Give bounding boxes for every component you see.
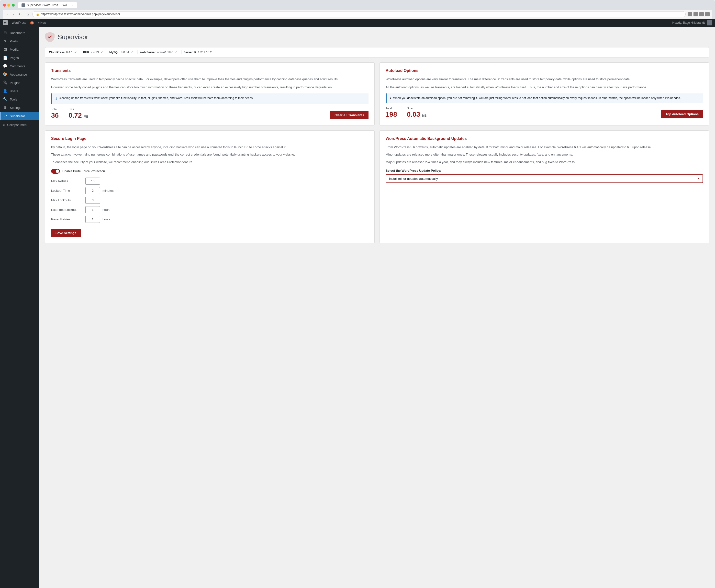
transients-notice-text: Cleaning up the transients won't affect …: [59, 96, 254, 101]
autoload-total-label: Total: [386, 107, 397, 110]
sidebar-item-label: Plugins: [10, 81, 20, 85]
info-bar: WordPress 6.4.1 ✓ PHP 7.4.33 ✓ MySQL 8.0…: [45, 47, 709, 58]
browser-icon-2[interactable]: [693, 12, 698, 16]
update-policy-select[interactable]: Install minor updates automatically Inst…: [386, 174, 703, 183]
admin-bar-new[interactable]: + New: [38, 21, 46, 24]
tab-close-icon[interactable]: ✕: [71, 4, 73, 7]
max-lockouts-input[interactable]: [85, 197, 100, 204]
transients-notice: ℹ Cleaning up the transients won't affec…: [51, 93, 369, 104]
sidebar-item-label: Comments: [10, 64, 25, 68]
top-autoload-button[interactable]: Top Autoload Options: [661, 110, 703, 119]
autoload-notice-text: When you deactivate an autoload option, …: [393, 96, 681, 100]
browser-icon-1[interactable]: [688, 12, 692, 16]
comments-icon: 💬: [3, 64, 7, 68]
lockout-time-input[interactable]: [85, 187, 100, 194]
secure-login-text2: These attacks involve trying numerous co…: [51, 152, 369, 157]
transients-total-value: 36: [51, 111, 59, 119]
transients-size-value: 0.72 MB: [68, 111, 88, 119]
brute-force-toggle-row: Enable Brute Force Protection: [51, 169, 369, 174]
sidebar-item-label: Settings: [10, 106, 21, 110]
sidebar-item-label: Supervisor: [10, 114, 25, 118]
address-bar[interactable]: 🔒 https://wordpress.test/wp-admin/admin.…: [32, 11, 686, 17]
sidebar-item-plugins[interactable]: 🔌 Plugins: [0, 79, 39, 87]
sidebar-item-dashboard[interactable]: ⊞ Dashboard: [0, 28, 39, 37]
sidebar-item-posts[interactable]: ✎ Posts: [0, 37, 39, 45]
secure-login-title: Secure Login Page: [51, 136, 369, 141]
sidebar-item-media[interactable]: 🖼 Media: [0, 45, 39, 54]
wp-admin-bar: W WordPress 0 + New Howdy, Tiago Hillebr…: [0, 19, 715, 27]
collapse-menu[interactable]: « Collapse menu: [0, 121, 39, 129]
main-content: Supervisor WordPress 6.4.1 ✓ PHP 7.4.33 …: [39, 27, 715, 588]
transients-text1: WordPress transients are used to tempora…: [51, 77, 369, 82]
tab-favicon: [22, 3, 25, 7]
extended-lockout-row: Extended Lockout hours: [51, 206, 369, 213]
sidebar-item-label: Posts: [10, 39, 18, 43]
wp-logo[interactable]: W: [3, 20, 8, 25]
info-mysql: MySQL 8.0.34 ✓: [109, 50, 138, 54]
autoload-size: Size 0.03 MB: [407, 107, 427, 119]
sidebar-item-tools[interactable]: 🔧 Tools: [0, 95, 39, 103]
secure-login-text3: To enhance the security of your website,…: [51, 160, 369, 165]
plugins-icon: 🔌: [3, 81, 7, 85]
autoload-size-value: 0.03 MB: [407, 110, 427, 119]
autoload-notice: ℹ When you deactivate an autoload option…: [386, 93, 703, 103]
sidebar-item-users[interactable]: 👤 Users: [0, 87, 39, 95]
new-tab-button[interactable]: +: [78, 2, 84, 8]
browser-icon-3[interactable]: [699, 12, 704, 16]
close-dot[interactable]: [3, 4, 6, 6]
notice-info-icon: ℹ: [56, 96, 57, 101]
info-webserver-value: nginx/1.18.0: [157, 50, 173, 54]
plugin-title: Supervisor: [58, 33, 88, 41]
sidebar-item-settings[interactable]: ⚙ Settings: [0, 103, 39, 112]
active-tab[interactable]: Supervisor ‹ WordPress — Wo... ✕: [18, 2, 77, 8]
autoload-size-label: Size: [407, 107, 427, 110]
reset-retries-unit: hours: [103, 217, 110, 221]
admin-bar-site[interactable]: WordPress: [12, 21, 26, 24]
transients-size: Size 0.72 MB: [68, 108, 88, 119]
tab-title: Supervisor ‹ WordPress — Wo...: [27, 3, 69, 7]
info-mysql-value: 8.0.34: [121, 50, 129, 54]
info-serverip-label: Server IP: [183, 50, 196, 54]
info-webserver-label: Web Server: [139, 50, 156, 54]
maximize-dot[interactable]: [12, 4, 15, 6]
max-retries-label: Max Retries: [51, 179, 83, 183]
info-php-label: PHP: [83, 50, 89, 54]
clear-transients-button[interactable]: Clear All Transients: [330, 111, 369, 119]
sidebar-item-label: Tools: [10, 98, 17, 101]
supervisor-icon: 🛡: [3, 114, 7, 118]
back-button[interactable]: ‹: [5, 11, 9, 17]
wordpress-check-icon: ✓: [74, 50, 77, 54]
site-name: WordPress: [12, 21, 26, 24]
forward-button[interactable]: ›: [12, 11, 16, 17]
brute-force-toggle-label: Enable Brute Force Protection: [62, 169, 105, 173]
browser-icon-4[interactable]: [705, 12, 710, 16]
home-button[interactable]: ⌂: [25, 11, 30, 17]
content-grid: Transients WordPress transients are used…: [45, 62, 709, 244]
info-wordpress-value: 6.4.1: [66, 50, 73, 54]
wp-updates-text3: Major updates are released 2-4 times a y…: [386, 160, 703, 165]
brute-force-toggle[interactable]: [51, 169, 60, 174]
autoload-title: Autoload Options: [386, 68, 703, 73]
update-policy-label: Select the WordPress Update Policy:: [386, 169, 703, 172]
users-icon: 👤: [3, 89, 7, 93]
extended-lockout-input[interactable]: [85, 206, 100, 213]
reload-button[interactable]: ↻: [17, 11, 23, 17]
pages-icon: 📄: [3, 56, 7, 60]
save-settings-button[interactable]: Save Settings: [51, 229, 81, 237]
minimize-dot[interactable]: [7, 4, 10, 6]
autoload-total-value: 198: [386, 110, 397, 119]
greeting-text: Howdy, Tiago Hillebrandt: [672, 21, 705, 24]
sidebar-item-appearance[interactable]: 🎨 Appearance: [0, 70, 39, 79]
autoload-text1: WordPress autoload options are very simi…: [386, 77, 703, 82]
sidebar-item-supervisor[interactable]: 🛡 Supervisor: [0, 112, 39, 120]
admin-bar-comments[interactable]: 0: [30, 21, 34, 24]
sidebar-item-pages[interactable]: 📄 Pages: [0, 54, 39, 62]
max-retries-input[interactable]: [85, 177, 100, 185]
sidebar: ⊞ Dashboard ✎ Posts 🖼 Media 📄 Pages 💬 Co…: [0, 27, 39, 588]
plugin-header: Supervisor: [45, 31, 709, 42]
info-php-value: 7.4.33: [91, 50, 99, 54]
sidebar-item-comments[interactable]: 💬 Comments: [0, 62, 39, 70]
reset-retries-input[interactable]: [85, 216, 100, 223]
transients-stats: Total 36 Size 0.72 MB Clear All Transien…: [51, 108, 369, 119]
comments-count: 0: [30, 21, 34, 24]
